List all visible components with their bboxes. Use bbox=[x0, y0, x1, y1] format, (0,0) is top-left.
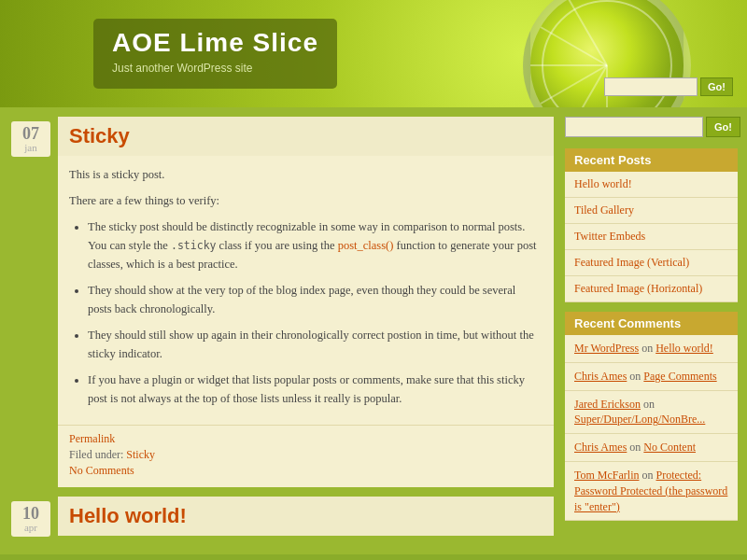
comment-post-link[interactable]: No Content bbox=[643, 441, 696, 454]
sidebar-search-input[interactable] bbox=[565, 117, 703, 137]
post-date-badge: 07 jan bbox=[11, 121, 50, 157]
post-date-day: 07 bbox=[13, 125, 49, 142]
post-title-bar-2: Hello world! bbox=[58, 497, 554, 536]
site-title: AOE Lime Slice bbox=[112, 28, 318, 58]
post-title-2: Hello world! bbox=[69, 504, 543, 528]
header-search-form: Go! bbox=[604, 77, 733, 96]
post-class-link[interactable]: post_class() bbox=[338, 239, 394, 252]
header-search-input[interactable] bbox=[604, 77, 698, 96]
post-title-bar: Sticky bbox=[58, 117, 554, 156]
filed-under-label: Filed under: bbox=[69, 448, 123, 461]
recent-posts-title: Recent Posts bbox=[565, 148, 738, 172]
comment-author-link[interactable]: Jared Erickson bbox=[574, 398, 641, 411]
header-search-button[interactable]: Go! bbox=[700, 77, 733, 96]
post-meta: Permalink Filed under: Sticky No Comment… bbox=[58, 425, 554, 487]
post-bullets: The sticky post should be distinctly rec… bbox=[88, 217, 543, 408]
post-date-badge-2: 10 apr bbox=[11, 501, 50, 537]
site-header: AOE Lime Slice Just another WordPress si… bbox=[0, 0, 747, 107]
comment-item: Chris Ames on Page Comments bbox=[565, 363, 738, 391]
recent-comments-title: Recent Comments bbox=[565, 312, 738, 335]
post-body: This is a sticky post. There are a few t… bbox=[58, 156, 554, 425]
list-item: Featured Image (Vertical) bbox=[565, 250, 738, 276]
main-container: 07 jan Sticky This is a sticky post. The… bbox=[0, 107, 747, 554]
bullet-item: The sticky post should be distinctly rec… bbox=[88, 217, 543, 273]
post-date-day-2: 10 bbox=[13, 505, 49, 522]
post-date-month: jan bbox=[13, 142, 49, 153]
comment-item: Tom McFarlin on Protected: Password Prot… bbox=[565, 462, 738, 521]
page-wrapper: AOE Lime Slice Just another WordPress si… bbox=[0, 0, 747, 554]
comment-post-link[interactable]: Page Comments bbox=[643, 370, 716, 383]
comment-post-link[interactable]: Super/Duper/Long/NonBre... bbox=[574, 413, 705, 426]
comment-author-link[interactable]: Chris Ames bbox=[574, 370, 627, 383]
post-title: Sticky bbox=[69, 124, 543, 148]
comment-on: on bbox=[643, 398, 655, 411]
recent-post-link[interactable]: Hello world! bbox=[565, 172, 738, 197]
content-area: 07 jan Sticky This is a sticky post. The… bbox=[9, 117, 554, 545]
post-permalink[interactable]: Permalink bbox=[69, 432, 115, 445]
recent-post-link[interactable]: Tiled Gallery bbox=[565, 198, 738, 223]
post-sticky: Sticky This is a sticky post. There are … bbox=[58, 117, 554, 487]
post-date-month-2: apr bbox=[13, 522, 49, 533]
list-item: Tiled Gallery bbox=[565, 198, 738, 224]
recent-comments-widget: Recent Comments Mr WordPress on Hello wo… bbox=[565, 312, 738, 521]
site-tagline: Just another WordPress site bbox=[112, 62, 318, 75]
comment-on: on bbox=[629, 370, 643, 383]
sidebar-search-button[interactable]: Go! bbox=[706, 117, 740, 137]
recent-post-link[interactable]: Featured Image (Horizontal) bbox=[565, 276, 738, 301]
comment-on: on bbox=[642, 469, 656, 482]
post-hello-world: Hello world! bbox=[58, 497, 554, 536]
post-intro2: There are a few things to verify: bbox=[69, 191, 543, 210]
list-item: Featured Image (Horizontal) bbox=[565, 276, 738, 302]
post-comments-link[interactable]: No Comments bbox=[69, 464, 543, 478]
comment-author-link[interactable]: Tom McFarlin bbox=[574, 469, 640, 482]
header-title-box: AOE Lime Slice Just another WordPress si… bbox=[93, 19, 337, 89]
recent-post-link[interactable]: Twitter Embeds bbox=[565, 224, 738, 249]
recent-posts-widget: Recent Posts Hello world! Tiled Gallery … bbox=[565, 148, 738, 302]
comment-item: Mr WordPress on Hello world! bbox=[565, 335, 738, 363]
comment-on: on bbox=[629, 441, 643, 454]
sidebar-search-form: Go! bbox=[565, 117, 738, 137]
list-item: Twitter Embeds bbox=[565, 224, 738, 250]
sidebar: Go! Recent Posts Hello world! Tiled Gall… bbox=[565, 117, 738, 545]
comment-item: Jared Erickson on Super/Duper/Long/NonBr… bbox=[565, 391, 738, 435]
comment-post-link[interactable]: Hello world! bbox=[655, 342, 713, 355]
comment-author-link[interactable]: Chris Ames bbox=[574, 441, 627, 454]
post-filed: Filed under: Sticky bbox=[69, 448, 543, 462]
recent-post-link[interactable]: Featured Image (Vertical) bbox=[565, 250, 738, 275]
lime-segment bbox=[530, 64, 607, 66]
bullet-item: If you have a plugin or widget that list… bbox=[88, 371, 543, 408]
recent-posts-list: Hello world! Tiled Gallery Twitter Embed… bbox=[565, 172, 738, 302]
comment-author-link[interactable]: Mr WordPress bbox=[574, 342, 639, 355]
bullet-item: They should show at the very top of the … bbox=[88, 281, 543, 318]
comment-item: Chris Ames on No Content bbox=[565, 434, 738, 462]
post-intro1: This is a sticky post. bbox=[69, 165, 543, 184]
list-item: Hello world! bbox=[565, 172, 738, 198]
post-category-link[interactable]: Sticky bbox=[126, 448, 155, 461]
bullet-item: They should still show up again in their… bbox=[88, 326, 543, 363]
comment-on: on bbox=[641, 342, 655, 355]
